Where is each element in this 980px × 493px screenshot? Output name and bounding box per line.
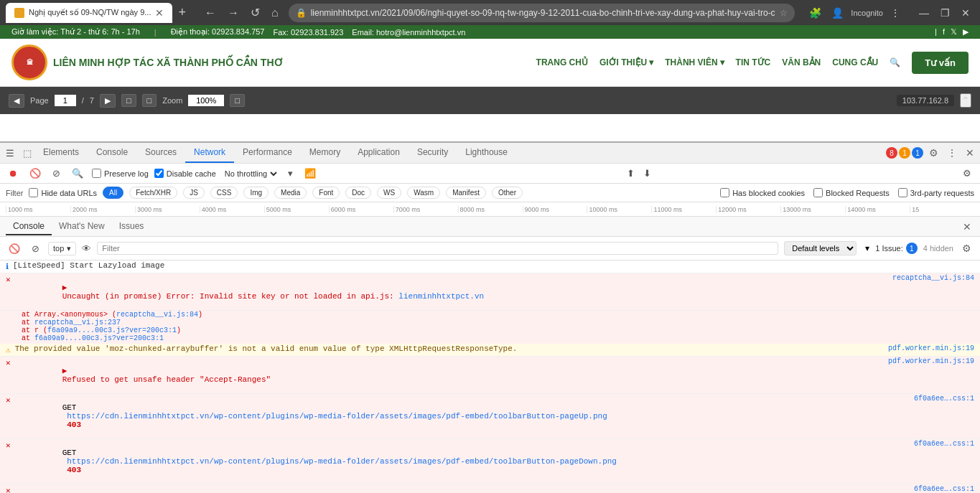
expand-arrow-1[interactable]: ▶ [62,283,67,292]
tab-sources[interactable]: Sources [136,143,185,163]
tab-network[interactable]: Network [185,143,234,163]
preserve-log-checkbox[interactable] [92,169,101,178]
devtools-inspect-button[interactable]: ⬚ [20,146,34,160]
log-entry-recaptcha[interactable]: ✕ ▶ Uncaught (in promise) Error: Invalid… [0,273,980,311]
log-source-css-3[interactable]: 6f0a6ee….css:1 [908,485,974,493]
expand-arrow-2[interactable]: ▶ [62,367,67,375]
tab-close-button[interactable]: ✕ [155,7,164,19]
clear-console-button[interactable]: 🚫 [6,242,23,255]
throttle-dropdown-button[interactable]: ▾ [285,166,296,180]
disable-cache-label[interactable]: Disable cache [154,169,216,178]
nav-about[interactable]: GIỚI THIỆU ▾ [599,57,653,67]
logo-area[interactable]: 🏛 LIÊN MINH HỢP TÁC XÃ THÀNH PHỐ CẦN THƠ [11,44,284,80]
devtools-sidebar-toggle[interactable]: ☰ [3,146,17,160]
hidden-count[interactable]: 4 hidden [923,244,953,253]
third-party-label[interactable]: 3rd-party requests [898,188,974,197]
bookmark-icon[interactable]: ☆ [780,8,788,18]
get-url-pageup[interactable]: https://cdn.lienminhhtxtpct.vn/wp-conten… [62,412,607,421]
reload-button[interactable]: ↺ [246,3,264,22]
nav-home[interactable]: TRANG CHỦ [536,57,588,67]
devtools-more-button[interactable]: ⋮ [944,144,960,161]
log-source-recaptcha[interactable]: recaptcha__vi.js:84 [887,274,974,282]
filter-chip-js[interactable]: JS [183,187,205,199]
issues-badge-section[interactable]: 1 Issue: 1 [875,243,918,254]
twitter-icon[interactable]: 𝕏 [951,27,957,37]
pdf-zoom-out-button[interactable]: □ [121,94,136,107]
search-button[interactable]: 🔍 [69,166,86,180]
restore-button[interactable]: ❐ [936,6,954,20]
nav-services[interactable]: CUNG CẦU [832,57,878,67]
levels-select[interactable]: Default levels [784,241,857,255]
console-filter-input[interactable] [97,242,778,255]
tab-lighthouse[interactable]: Lighthouse [457,143,516,163]
console-close-button[interactable]: ✕ [960,218,974,235]
filter-chip-ws[interactable]: WS [377,187,401,199]
console-log[interactable]: ℹ [LiteSpeed] Start Lazyload image ✕ ▶ U… [0,260,980,493]
third-party-checkbox[interactable] [898,188,907,197]
home-button[interactable]: ⌂ [267,4,283,22]
address-bar[interactable] [311,8,776,18]
forward-button[interactable]: → [223,4,243,22]
address-bar-container[interactable]: 🔒 ☆ [289,4,795,22]
console-subtab-console[interactable]: Console [6,218,52,235]
upload-har-button[interactable]: ⬆ [624,166,638,180]
eye-button[interactable]: 👁 [82,243,91,254]
has-blocked-cookies-checkbox[interactable] [720,188,729,197]
log-source-css-2[interactable]: 6f0a6ee….css:1 [908,440,974,448]
close-window-button[interactable]: ✕ [957,6,974,20]
console-filter-icon[interactable]: ⊘ [29,242,42,255]
hide-data-urls-label[interactable]: Hide data URLs [29,188,97,197]
log-source-css-1[interactable]: 6f0a6ee….css:1 [908,395,974,403]
pdf-page-input[interactable] [55,95,76,106]
filter-chip-media[interactable]: Media [274,187,307,199]
log-entry-litespeed[interactable]: ℹ [LiteSpeed] Start Lazyload image [0,260,980,273]
log-entry-get-pageup[interactable]: ✕ GET https://cdn.lienminhhtxtpct.vn/wp-… [0,394,980,439]
filter-chip-img[interactable]: Img [243,187,269,199]
log-source-pdf-worker-1[interactable]: pdf.worker.min.js:19 [882,344,974,352]
log-entry-moz-chunked[interactable]: ⚠ The provided value 'moz-chunked-arrayb… [0,344,980,357]
record-button[interactable]: ⏺ [6,166,21,180]
devtools-close-button[interactable]: ✕ [963,144,977,161]
throttle-select[interactable]: No throttling [222,169,279,179]
log-source-pdf-worker-2[interactable]: pdf.worker.min.js:19 [882,357,974,365]
network-settings-button[interactable]: ⚙ [960,166,974,180]
filter-toggle-button[interactable]: ⊘ [50,166,63,180]
search-nav-button[interactable]: 🔍 [890,57,900,67]
facebook-icon[interactable]: f [943,27,945,37]
tab-application[interactable]: Application [349,143,409,163]
log-entry-get-zoomout[interactable]: ✕ GET https://cdn.lienminhhtxtpct.vn/wp-… [0,484,980,493]
filter-chip-font[interactable]: Font [312,187,340,199]
devtools-expand-button[interactable]: ⌃ [960,93,971,108]
filter-chip-manifest[interactable]: Manifest [446,187,486,199]
profile-button[interactable]: 👤 [829,4,846,22]
cta-button[interactable]: Tư vấn [912,52,969,74]
disable-cache-checkbox[interactable] [154,169,164,178]
console-subtab-whatsnew[interactable]: What's New [52,218,112,235]
nav-members[interactable]: THÀNH VIÊN ▾ [665,57,724,67]
tab-memory[interactable]: Memory [301,143,349,163]
hide-data-urls-checkbox[interactable] [29,188,38,197]
network-icon[interactable]: 📶 [302,166,319,180]
has-blocked-cookies-label[interactable]: Has blocked cookies [720,188,805,197]
f6a-link-2[interactable]: f6a09a9....00c3.js?ver=200c3:1 [34,334,164,342]
tab-elements[interactable]: Elements [34,143,88,163]
blocked-requests-label[interactable]: Blocked Requests [813,188,890,197]
more-button[interactable]: ⋮ [887,4,903,22]
console-settings-button[interactable]: ⚙ [959,240,974,257]
preserve-log-label[interactable]: Preserve log [92,169,149,178]
recaptcha-link-2[interactable]: recaptcha__vi.js:84 [116,311,198,319]
nav-docs[interactable]: VĂN BẢN [782,57,821,67]
pdf-zoom-input[interactable] [188,95,224,106]
filter-chip-other[interactable]: Other [492,187,523,199]
pdf-prev-button[interactable]: ◀ [9,94,24,108]
youtube-icon[interactable]: ▶ [963,27,969,37]
pdf-zoom-in-button[interactable]: □ [142,94,157,107]
devtools-settings-button[interactable]: ⚙ [926,144,941,161]
recaptcha-link-3[interactable]: recaptcha__vi.js:237 [34,319,121,327]
context-selector[interactable]: top ▾ [48,242,76,255]
extensions-button[interactable]: 🧩 [806,4,824,22]
f6a-link-1[interactable]: f6a09a9....00c3.js?ver=200c3:1 [47,327,177,334]
tab-console[interactable]: Console [88,143,136,163]
filter-chip-css[interactable]: CSS [210,187,238,199]
recaptcha-link[interactable]: lienminhhtxtpct.vn [398,292,484,301]
